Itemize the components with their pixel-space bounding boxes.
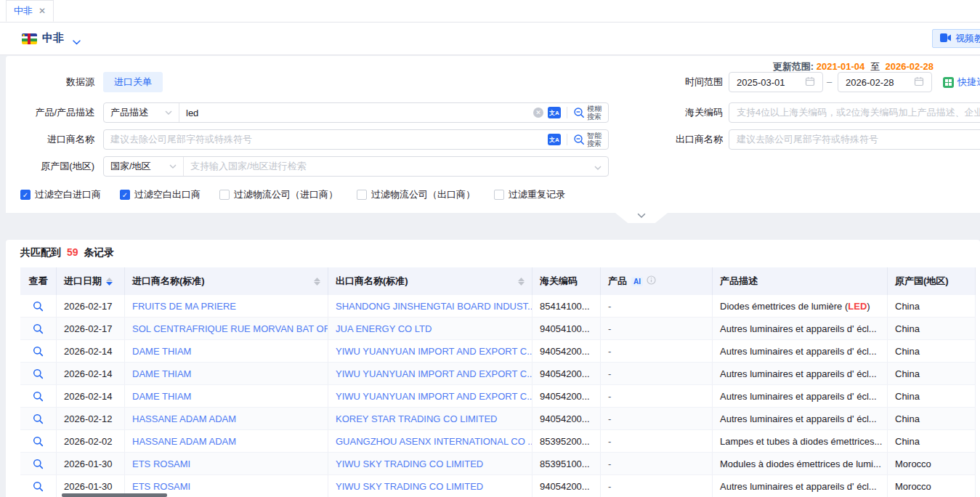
importer-link[interactable]: SOL CENTRAFRIQUE RUE MORVAN BAT OF... xyxy=(132,323,328,334)
checkbox-label: 过滤空白进口商 xyxy=(35,188,101,201)
result-count-suffix: 条记录 xyxy=(84,246,114,258)
search-icon xyxy=(33,436,44,447)
view-record-button[interactable] xyxy=(20,430,56,452)
exporter-link[interactable]: YIWU YUANYUAN IMPORT AND EXPORT C... xyxy=(336,391,532,402)
tab-bar: 中非 ✕ xyxy=(0,0,980,23)
hs-code-cell: 94054200... xyxy=(532,475,601,497)
exporter-input[interactable]: 建议去除公司尾部字符或特殊符号 xyxy=(729,129,980,150)
quick-select-label: 快捷选择 xyxy=(957,76,980,89)
col-header-view: 查看 xyxy=(20,267,57,295)
importer-link[interactable]: DAME THIAM xyxy=(132,346,191,357)
sort-icon[interactable] xyxy=(314,278,320,286)
exporter-link[interactable]: GUANGZHOU ASENX INTERNATIONAL CO ... xyxy=(336,436,532,447)
translate-icon[interactable]: 文A xyxy=(548,134,561,145)
calendar-icon[interactable] xyxy=(914,76,924,89)
exporter-link[interactable]: YIWU YUANYUAN IMPORT AND EXPORT C... xyxy=(336,346,532,357)
datasource-import-declaration-button[interactable]: 进口关单 xyxy=(103,72,163,92)
date-to-input[interactable]: 2026-02-28 xyxy=(838,72,932,92)
calendar-icon[interactable] xyxy=(805,76,815,89)
filter-checkbox[interactable]: ✓ 过滤空白出口商 xyxy=(120,188,201,201)
importer-input[interactable]: 建议去除公司尾部字符或特殊符号 xyxy=(104,133,548,146)
checkbox-box[interactable] xyxy=(219,190,230,200)
view-record-button[interactable] xyxy=(20,385,56,407)
video-tutorial-label: 视频教程 xyxy=(955,32,980,45)
search-panel: 更新范围: 2021-01-04 至 2026-02-28 数据源 进口关单 时… xyxy=(6,56,980,213)
sort-icon[interactable] xyxy=(518,278,525,286)
origin-input[interactable]: 支持输入国家/地区进行检索 xyxy=(184,160,594,173)
product-ai-cell: - xyxy=(601,318,713,339)
exporter-link[interactable]: SHANDONG JINSHENGTAI BOARD INDUST... xyxy=(336,301,532,312)
filter-checkbox[interactable]: 过滤重复记录 xyxy=(494,188,565,201)
clear-input-icon[interactable]: ✕ xyxy=(533,108,543,118)
importer-link[interactable]: ETS ROSAMI xyxy=(132,481,190,492)
product-type-select[interactable]: 产品描述 xyxy=(104,103,179,122)
fuzzy-search-button[interactable]: 模糊 搜索 xyxy=(573,105,608,121)
hs-code-cell: 94054200... xyxy=(532,408,601,429)
exporter-link[interactable]: YIWU YUANYUAN IMPORT AND EXPORT C... xyxy=(336,368,532,379)
app: { "colors": {"accent": "#2468f2", "orang… xyxy=(0,0,980,497)
table-row: 2026-02-17 FRUITS DE MA PRIERE SHANDONG … xyxy=(20,295,976,318)
import-date-cell: 2026-02-02 xyxy=(57,430,125,452)
checkbox-box[interactable]: ✓ xyxy=(120,190,130,200)
table-horizontal-scrollbar-thumb[interactable] xyxy=(62,493,167,497)
origin-select-group: 国家/地区 支持输入国家/地区进行检索 xyxy=(103,156,609,177)
filter-checkbox[interactable]: ✓ 过滤空白进口商 xyxy=(20,188,101,201)
collapse-panel-handle[interactable] xyxy=(615,213,668,223)
col-header-importer[interactable]: 进口商名称(标准) xyxy=(125,267,328,295)
importer-link[interactable]: HASSANE ADAM ADAM xyxy=(132,436,236,447)
translate-icon[interactable]: 文A xyxy=(548,107,561,118)
view-record-button[interactable] xyxy=(20,318,56,339)
view-record-button[interactable] xyxy=(20,340,56,362)
chevron-down-icon[interactable] xyxy=(73,36,81,47)
checkbox-box[interactable] xyxy=(494,190,504,200)
importer-link[interactable]: DAME THIAM xyxy=(132,368,191,379)
info-icon[interactable] xyxy=(647,275,656,287)
exporter-link[interactable]: YIWU SKY TRADING CO LIMITED xyxy=(336,458,483,469)
table-row: 2026-02-14 DAME THIAM YIWU YUANYUAN IMPO… xyxy=(20,340,976,363)
origin-label: 原产国(地区) xyxy=(9,156,94,177)
view-record-button[interactable] xyxy=(20,295,56,317)
product-search-group: 产品描述 led ✕ 文A 模糊 搜索 xyxy=(103,102,609,123)
importer-link[interactable]: DAME THIAM xyxy=(132,391,191,402)
product-ai-cell: - xyxy=(601,408,713,429)
import-date-cell: 2026-01-30 xyxy=(57,453,125,474)
checkbox-label: 过滤重复记录 xyxy=(509,188,565,201)
search-icon xyxy=(33,458,44,469)
date-from-input[interactable]: 2025-03-01 xyxy=(729,72,823,92)
importer-link[interactable]: ETS ROSAMI xyxy=(132,458,190,469)
origin-type-select[interactable]: 国家/地区 xyxy=(104,157,184,176)
col-header-import-date[interactable]: 进口日期 xyxy=(57,267,125,295)
close-icon[interactable]: ✕ xyxy=(39,6,46,16)
video-tutorial-button[interactable]: 视频教程 xyxy=(932,29,980,48)
view-record-button[interactable] xyxy=(20,363,56,384)
exporter-link[interactable]: KOREY STAR TRADING CO LIMITED xyxy=(336,413,497,424)
exporter-link[interactable]: JUA ENERGY CO LTD xyxy=(336,323,432,334)
chevron-down-icon[interactable] xyxy=(594,161,608,172)
country-selector-label[interactable]: 中非 xyxy=(42,31,64,45)
view-record-button[interactable] xyxy=(20,453,56,474)
smart-search-button[interactable]: 智能 搜索 xyxy=(573,132,608,148)
checkbox-box[interactable]: ✓ xyxy=(20,190,31,200)
product-search-input[interactable]: led xyxy=(179,108,533,118)
quick-select-button[interactable]: 快捷选择 xyxy=(943,72,980,92)
search-icon xyxy=(33,391,44,402)
product-ai-cell: - xyxy=(601,430,713,452)
table-row: 2026-02-17 SOL CENTRAFRIQUE RUE MORVAN B… xyxy=(20,318,976,340)
importer-link[interactable]: HASSANE ADAM ADAM xyxy=(132,413,236,424)
update-range-start: 2021-01-04 xyxy=(817,61,865,72)
view-record-button[interactable] xyxy=(20,408,56,429)
product-label: 产品/产品描述 xyxy=(9,102,94,123)
importer-link[interactable]: FRUITS DE MA PRIERE xyxy=(132,301,236,312)
tab-central-africa[interactable]: 中非 ✕ xyxy=(6,0,54,22)
filter-checkbox[interactable]: 过滤物流公司（进口商） xyxy=(219,188,338,201)
checkbox-box[interactable] xyxy=(357,190,367,200)
search-icon xyxy=(33,346,44,357)
hs-code-input[interactable]: 支持4位以上海关编码，或2位海关编码加上产品描述、企业名称的 xyxy=(729,102,980,123)
filter-checkbox[interactable]: 过滤物流公司（出口商） xyxy=(357,188,475,201)
update-range-label: 更新范围: xyxy=(773,61,814,72)
exporter-link[interactable]: YIWU SKY TRADING CO LIMITED xyxy=(336,481,483,492)
divider xyxy=(567,107,567,118)
col-header-exporter[interactable]: 出口商名称(标准) xyxy=(328,267,532,295)
view-record-button[interactable] xyxy=(20,475,56,497)
sort-icon-desc-active[interactable] xyxy=(106,278,113,286)
